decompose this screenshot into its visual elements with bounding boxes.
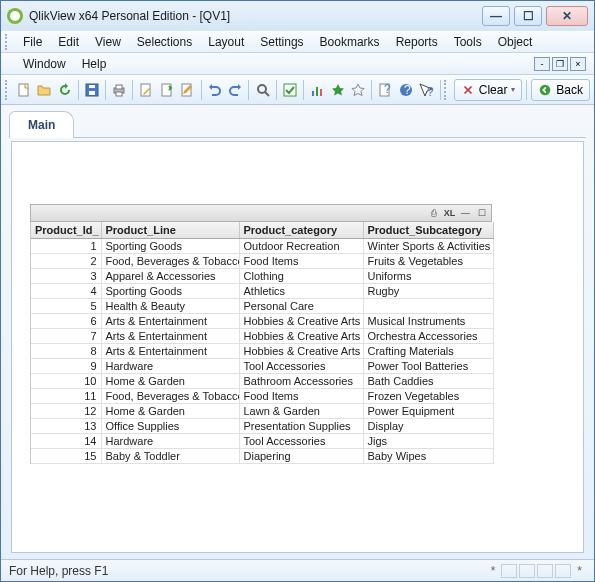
col-product-id[interactable]: Product_Id_ <box>31 222 101 239</box>
whats-this-icon[interactable]: ? <box>397 79 415 101</box>
cell-id[interactable]: 6 <box>31 314 101 329</box>
context-help-icon[interactable]: ? <box>417 79 435 101</box>
cell-id[interactable]: 3 <box>31 269 101 284</box>
cell-id[interactable]: 7 <box>31 329 101 344</box>
cell-line[interactable]: Apparel & Accessories <box>101 269 239 284</box>
cell-id[interactable]: 4 <box>31 284 101 299</box>
menu-bookmarks[interactable]: Bookmarks <box>312 33 388 51</box>
cell-sub[interactable]: Power Equipment <box>363 404 493 419</box>
cell-cat[interactable]: Hobbies & Creative Arts <box>239 314 363 329</box>
table-row[interactable]: 9HardwareTool AccessoriesPower Tool Batt… <box>31 359 493 374</box>
menu-reports[interactable]: Reports <box>388 33 446 51</box>
redo-icon[interactable] <box>226 79 244 101</box>
caption-minimize-icon[interactable]: — <box>459 207 472 220</box>
table-row[interactable]: 1Sporting GoodsOutdoor RecreationWinter … <box>31 239 493 254</box>
table-row[interactable]: 13Office SuppliesPresentation SuppliesDi… <box>31 419 493 434</box>
table-row[interactable]: 2Food, Beverages & TobaccoFood ItemsFrui… <box>31 254 493 269</box>
table-row[interactable]: 15Baby & ToddlerDiaperingBaby Wipes <box>31 449 493 464</box>
print-caption-icon[interactable]: ⎙ <box>427 207 440 220</box>
cell-sub[interactable]: Orchestra Accessories <box>363 329 493 344</box>
cell-cat[interactable]: Outdoor Recreation <box>239 239 363 254</box>
close-button[interactable]: ✕ <box>546 6 588 26</box>
edit-layout-icon[interactable] <box>178 79 196 101</box>
bookmark-add-icon[interactable] <box>328 79 346 101</box>
cell-cat[interactable]: Personal Care <box>239 299 363 314</box>
table-row[interactable]: 10Home & GardenBathroom AccessoriesBath … <box>31 374 493 389</box>
cell-sub[interactable] <box>363 299 493 314</box>
maximize-button[interactable]: ☐ <box>514 6 542 26</box>
menu-window[interactable]: Window <box>15 55 74 73</box>
cell-line[interactable]: Home & Garden <box>101 404 239 419</box>
bookmark-remove-icon[interactable] <box>349 79 367 101</box>
table-row[interactable]: 4Sporting GoodsAthleticsRugby <box>31 284 493 299</box>
cell-id[interactable]: 8 <box>31 344 101 359</box>
table-row[interactable]: 8Arts & EntertainmentHobbies & Creative … <box>31 344 493 359</box>
menubar-handle[interactable] <box>5 34 11 50</box>
table-row[interactable]: 12Home & GardenLawn & GardenPower Equipm… <box>31 404 493 419</box>
cell-sub[interactable]: Bath Caddies <box>363 374 493 389</box>
quick-chart-icon[interactable] <box>308 79 326 101</box>
cell-sub[interactable]: Display <box>363 419 493 434</box>
cell-cat[interactable]: Hobbies & Creative Arts <box>239 329 363 344</box>
cell-id[interactable]: 14 <box>31 434 101 449</box>
table-row[interactable]: 11Food, Beverages & TobaccoFood ItemsFro… <box>31 389 493 404</box>
menu-edit[interactable]: Edit <box>50 33 87 51</box>
search-icon[interactable] <box>253 79 271 101</box>
menu-tools[interactable]: Tools <box>446 33 490 51</box>
cell-line[interactable]: Arts & Entertainment <box>101 329 239 344</box>
cell-line[interactable]: Home & Garden <box>101 374 239 389</box>
cell-sub[interactable]: Crafting Materials <box>363 344 493 359</box>
col-product-line[interactable]: Product_Line <box>101 222 239 239</box>
caption-maximize-icon[interactable]: ☐ <box>475 207 488 220</box>
menu-layout[interactable]: Layout <box>200 33 252 51</box>
cell-id[interactable]: 13 <box>31 419 101 434</box>
table-object[interactable]: ⎙ XL — ☐ Product_Id_ Product_Line Produc… <box>30 204 492 464</box>
cell-id[interactable]: 11 <box>31 389 101 404</box>
toolbar-handle-2[interactable] <box>444 80 449 100</box>
sheet[interactable]: ⎙ XL — ☐ Product_Id_ Product_Line Produc… <box>11 141 584 553</box>
cell-line[interactable]: Hardware <box>101 359 239 374</box>
menu-settings[interactable]: Settings <box>252 33 311 51</box>
cell-sub[interactable]: Winter Sports & Activities <box>363 239 493 254</box>
cell-id[interactable]: 2 <box>31 254 101 269</box>
cell-id[interactable]: 12 <box>31 404 101 419</box>
mdi-minimize-button[interactable]: - <box>534 57 550 71</box>
cell-sub[interactable]: Frozen Vegetables <box>363 389 493 404</box>
undo-icon[interactable] <box>205 79 223 101</box>
cell-sub[interactable]: Rugby <box>363 284 493 299</box>
cell-line[interactable]: Health & Beauty <box>101 299 239 314</box>
help-topics-icon[interactable]: ? <box>376 79 394 101</box>
menu-help[interactable]: Help <box>74 55 115 73</box>
current-selections-icon[interactable] <box>281 79 299 101</box>
menu-object[interactable]: Object <box>490 33 541 51</box>
cell-sub[interactable]: Uniforms <box>363 269 493 284</box>
cell-id[interactable]: 5 <box>31 299 101 314</box>
table-caption[interactable]: ⎙ XL — ☐ <box>30 204 492 222</box>
cell-cat[interactable]: Food Items <box>239 254 363 269</box>
cell-line[interactable]: Sporting Goods <box>101 284 239 299</box>
cell-line[interactable]: Arts & Entertainment <box>101 344 239 359</box>
table-row[interactable]: 3Apparel & AccessoriesClothingUniforms <box>31 269 493 284</box>
cell-sub[interactable]: Baby Wipes <box>363 449 493 464</box>
cell-id[interactable]: 9 <box>31 359 101 374</box>
cell-cat[interactable]: Diapering <box>239 449 363 464</box>
refresh-icon[interactable] <box>55 79 73 101</box>
table-row[interactable]: 7Arts & EntertainmentHobbies & Creative … <box>31 329 493 344</box>
cell-sub[interactable]: Jigs <box>363 434 493 449</box>
mdi-restore-button[interactable]: ❐ <box>552 57 568 71</box>
export-xl-icon[interactable]: XL <box>443 207 456 220</box>
toolbar-handle[interactable] <box>5 80 10 100</box>
table-row[interactable]: 6Arts & EntertainmentHobbies & Creative … <box>31 314 493 329</box>
print-icon[interactable] <box>110 79 128 101</box>
cell-cat[interactable]: Lawn & Garden <box>239 404 363 419</box>
cell-line[interactable]: Food, Beverages & Tobacco <box>101 389 239 404</box>
col-product-category[interactable]: Product_category <box>239 222 363 239</box>
cell-cat[interactable]: Bathroom Accessories <box>239 374 363 389</box>
cell-cat[interactable]: Hobbies & Creative Arts <box>239 344 363 359</box>
back-button[interactable]: Back <box>531 79 590 101</box>
table-row[interactable]: 5Health & BeautyPersonal Care <box>31 299 493 314</box>
cell-line[interactable]: Hardware <box>101 434 239 449</box>
menu-selections[interactable]: Selections <box>129 33 200 51</box>
cell-line[interactable]: Arts & Entertainment <box>101 314 239 329</box>
cell-cat[interactable]: Clothing <box>239 269 363 284</box>
